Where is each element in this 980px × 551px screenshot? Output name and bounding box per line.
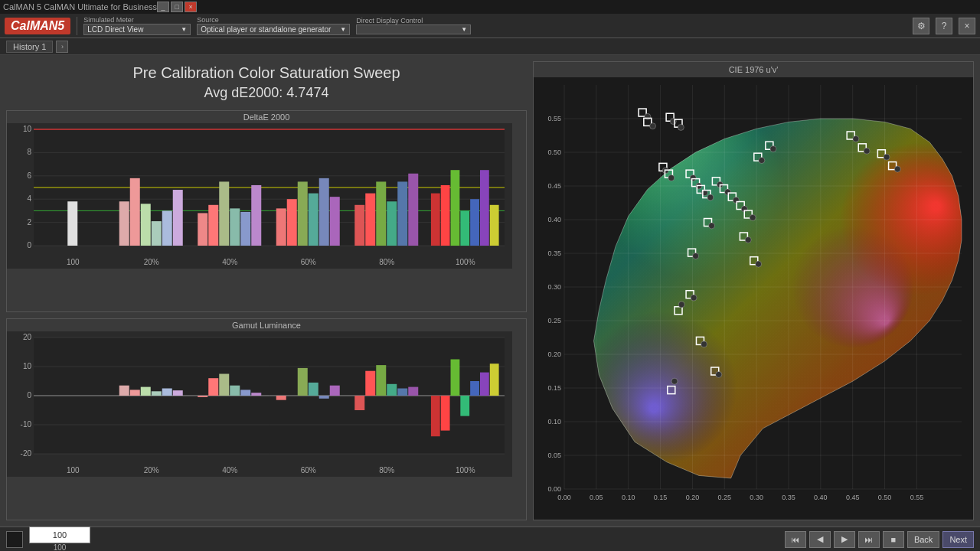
- history-prev-button[interactable]: ›: [56, 41, 68, 53]
- next-button[interactable]: Next: [942, 531, 974, 548]
- page-title: Pre Calibration Color Saturation Sweep: [6, 64, 527, 82]
- display-label: Direct Display Control: [356, 17, 471, 24]
- app-title: CalMAN 5 CalMAN Ultimate for Business: [3, 2, 157, 11]
- logo: CalMAN5: [5, 18, 70, 34]
- deltae-chart: DeltaE 2000: [6, 110, 527, 312]
- prev-button[interactable]: ◀: [809, 531, 831, 548]
- cie-canvas-wrap: [534, 77, 973, 522]
- close-panel-button[interactable]: ×: [959, 18, 975, 34]
- value-label: 100: [54, 543, 67, 551]
- rewind-button[interactable]: ⏮: [785, 531, 806, 548]
- maximize-button[interactable]: □: [171, 2, 183, 12]
- gamut-title: Gamut Luminance: [7, 319, 526, 331]
- simulated-meter-group: Simulated Meter LCD Direct View ▼: [83, 16, 191, 35]
- simulated-meter-select[interactable]: LCD Direct View ▼: [83, 24, 191, 35]
- source-dropdown[interactable]: Source Optical player or standalone gene…: [197, 16, 350, 35]
- minimize-button[interactable]: _: [157, 2, 169, 12]
- avg-de-value: Avg dE2000: 4.7474: [6, 85, 527, 101]
- deltae-title: DeltaE 2000: [7, 111, 526, 123]
- bottombar: 100 100 ⏮ ◀ ▶ ⏭ ■ Back Next: [0, 527, 980, 551]
- toolbar: CalMAN5 Simulated Meter LCD Direct View …: [0, 14, 980, 38]
- left-panel: Pre Calibration Color Saturation Sweep A…: [6, 61, 527, 520]
- back-button[interactable]: Back: [907, 531, 939, 548]
- chevron-down-icon: ▼: [181, 26, 187, 33]
- help-button[interactable]: ?: [936, 18, 952, 34]
- color-swatch: [6, 531, 23, 548]
- source-label: Source: [197, 16, 350, 24]
- simulated-meter-dropdown[interactable]: Simulated Meter LCD Direct View ▼: [83, 16, 191, 35]
- main-content: Pre Calibration Color Saturation Sweep A…: [0, 55, 980, 527]
- deltae-canvas: [7, 123, 512, 269]
- source-select[interactable]: Optical player or standalone generator ▼: [197, 24, 350, 35]
- stop-button[interactable]: ■: [883, 531, 904, 548]
- simulated-meter-label: Simulated Meter: [83, 16, 191, 24]
- chevron-down-icon: ▼: [461, 26, 467, 33]
- forward-button[interactable]: ⏭: [858, 531, 880, 548]
- gamut-chart: Gamut Luminance: [6, 318, 527, 520]
- page-header: Pre Calibration Color Saturation Sweep A…: [6, 61, 527, 104]
- display-select[interactable]: ▼: [356, 24, 471, 34]
- cie-canvas: [534, 77, 973, 520]
- display-group: Direct Display Control ▼: [356, 17, 471, 34]
- chevron-down-icon: ▼: [340, 26, 346, 33]
- titlebar-controls: _ □ ×: [157, 2, 197, 12]
- titlebar: CalMAN 5 CalMAN Ultimate for Business _ …: [0, 0, 980, 14]
- display-dropdown[interactable]: Direct Display Control ▼: [356, 17, 471, 34]
- history-tab[interactable]: History 1: [6, 41, 53, 53]
- close-button[interactable]: ×: [185, 2, 197, 12]
- value-box: 100: [29, 527, 90, 543]
- cie-title: CIE 1976 u'v': [534, 62, 973, 77]
- bottom-left: 100 100: [6, 527, 90, 551]
- gamut-canvas: [7, 331, 512, 477]
- cie-panel: CIE 1976 u'v': [533, 61, 974, 520]
- bottom-right: ⏮ ◀ ▶ ⏭ ■ Back Next: [785, 531, 974, 548]
- settings-button[interactable]: ⚙: [913, 18, 929, 34]
- play-button[interactable]: ▶: [834, 531, 855, 548]
- history-bar: History 1 ›: [0, 38, 980, 55]
- source-group: Source Optical player or standalone gene…: [197, 16, 350, 35]
